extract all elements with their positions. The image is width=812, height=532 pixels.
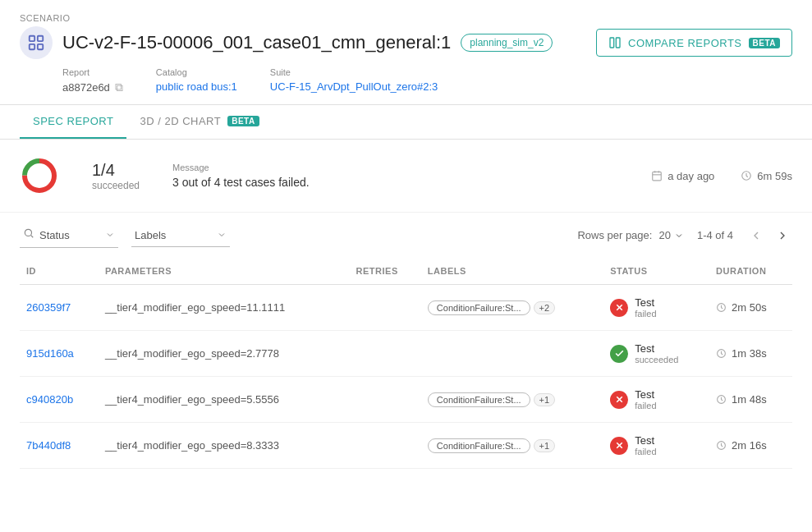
- tabs-bar: SPEC REPORT 3D / 2D CHART BETA: [0, 105, 812, 140]
- row-labels: ConditionFailure:St...+1: [421, 423, 603, 469]
- label-extra-badge: +2: [534, 301, 556, 314]
- row-status: Testfailed: [603, 377, 709, 423]
- labels-chevron-icon: [217, 230, 227, 240]
- next-page-button[interactable]: [773, 226, 792, 245]
- summary-stats: 1/4 succeeded: [92, 161, 140, 191]
- table-row: 915d160a__tier4_modifier_ego_speed=2.777…: [20, 331, 792, 377]
- results-table: ID PARAMETERS RETRIES LABELS STATUS DURA…: [20, 258, 792, 469]
- fail-icon: [610, 391, 628, 409]
- chart-beta-badge: BETA: [227, 116, 259, 126]
- svg-point-13: [25, 229, 31, 236]
- status-sub: succeeded: [635, 355, 678, 365]
- stats-fraction: 1/4: [92, 161, 140, 180]
- compare-btn-label: COMPARE REPORTS: [628, 37, 741, 49]
- stats-label: succeeded: [92, 180, 140, 191]
- row-id-link[interactable]: c940820b: [26, 393, 73, 406]
- table-row: 260359f7__tier4_modifier_ego_speed=11.11…: [20, 285, 792, 331]
- col-status: STATUS: [603, 258, 709, 285]
- success-icon: [610, 345, 628, 363]
- report-label: Report: [62, 67, 123, 77]
- status-filter[interactable]: Status: [20, 222, 118, 248]
- copy-icon[interactable]: ⧉: [115, 80, 123, 94]
- summary-section: 1/4 succeeded Message 3 out of 4 test ca…: [0, 140, 812, 213]
- svg-rect-1: [38, 36, 43, 41]
- row-id-link[interactable]: 7b440df8: [26, 439, 71, 452]
- scenario-label: SCENARIO: [20, 13, 792, 23]
- row-duration: 2m 50s: [709, 285, 792, 331]
- avatar: [20, 26, 53, 59]
- table-section: ID PARAMETERS RETRIES LABELS STATUS DURA…: [0, 258, 812, 469]
- status-name: Test: [635, 342, 678, 355]
- table-row: c940820b__tier4_modifier_ego_speed=5.555…: [20, 377, 792, 423]
- duration-text: 6m 59s: [757, 170, 792, 182]
- title-left: UC-v2-F-15-00006_001_case01_cmn_general:…: [20, 26, 553, 59]
- row-status: Testfailed: [603, 285, 709, 331]
- row-status: Testfailed: [603, 423, 709, 469]
- prev-page-button[interactable]: [746, 226, 766, 245]
- fail-icon: [610, 299, 628, 317]
- col-id: ID: [20, 258, 99, 285]
- row-parameters: __tier4_modifier_ego_speed=5.5556: [99, 377, 350, 423]
- row-labels: [421, 331, 603, 377]
- tag-badge[interactable]: planning_sim_v2: [461, 34, 553, 52]
- clock-icon: [716, 440, 727, 451]
- time-ago-text: a day ago: [667, 170, 714, 182]
- row-labels: ConditionFailure:St...+1: [421, 377, 603, 423]
- row-id-link[interactable]: 260359f7: [26, 301, 71, 314]
- chevron-down-icon: [105, 230, 115, 240]
- compare-beta-badge: BETA: [749, 38, 780, 48]
- status-sub: failed: [635, 401, 656, 410]
- rows-select[interactable]: 20: [658, 229, 683, 241]
- time-ago: a day ago: [651, 170, 714, 182]
- title-row: UC-v2-F-15-00006_001_case01_cmn_general:…: [20, 26, 792, 59]
- pagination: Rows per page: 20 1-4 of 4: [577, 226, 792, 245]
- rows-chevron-icon: [674, 231, 684, 241]
- page-info: 1-4 of 4: [697, 229, 733, 241]
- label-chip[interactable]: ConditionFailure:St...: [428, 438, 530, 453]
- report-value: a8872e6d ⧉: [62, 80, 123, 94]
- meta-row: Report a8872e6d ⧉ Catalog public road bu…: [20, 67, 792, 94]
- col-retries: RETRIES: [350, 258, 421, 285]
- message-label: Message: [172, 163, 618, 172]
- status-label: Status: [39, 229, 70, 241]
- row-retries: [350, 377, 421, 423]
- labels-filter[interactable]: Labels: [131, 224, 230, 247]
- row-status: Testsucceeded: [603, 331, 709, 377]
- svg-line-14: [31, 236, 34, 238]
- row-parameters: __tier4_modifier_ego_speed=8.3333: [99, 423, 350, 469]
- suite-label: Suite: [270, 67, 438, 77]
- duration: 6m 59s: [741, 170, 792, 182]
- label-chip[interactable]: ConditionFailure:St...: [428, 300, 530, 315]
- clock-icon: [716, 394, 727, 405]
- status-name: Test: [635, 296, 656, 309]
- meta-suite: Suite UC-F-15_ArvDpt_PullOut_zero#2:3: [270, 67, 438, 94]
- row-labels: ConditionFailure:St...+2: [421, 285, 603, 331]
- status-name: Test: [635, 388, 656, 401]
- clock-icon: [716, 348, 727, 359]
- svg-rect-3: [38, 44, 43, 49]
- col-duration: DURATION: [709, 258, 792, 285]
- meta-catalog: Catalog public road bus:1: [156, 67, 237, 94]
- row-id-link[interactable]: 915d160a: [26, 347, 74, 360]
- row-retries: [350, 331, 421, 377]
- page-title: UC-v2-F-15-00006_001_case01_cmn_general:…: [62, 32, 451, 53]
- table-row: 7b440df8__tier4_modifier_ego_speed=8.333…: [20, 423, 792, 469]
- status-sub: failed: [635, 309, 656, 319]
- svg-rect-0: [30, 36, 34, 41]
- tab-spec-report[interactable]: SPEC REPORT: [20, 105, 126, 139]
- row-retries: [350, 423, 421, 469]
- compare-reports-button[interactable]: COMPARE REPORTS BETA: [596, 29, 792, 57]
- row-parameters: __tier4_modifier_ego_speed=11.1111: [99, 285, 350, 331]
- row-parameters: __tier4_modifier_ego_speed=2.7778: [99, 331, 350, 377]
- chevron-right-icon: [776, 229, 789, 242]
- chevron-left-icon: [750, 229, 763, 242]
- catalog-link[interactable]: public road bus:1: [156, 80, 237, 93]
- label-chip[interactable]: ConditionFailure:St...: [428, 392, 530, 407]
- tab-3d-2d-chart[interactable]: 3D / 2D CHART BETA: [126, 105, 272, 139]
- label-extra-badge: +1: [534, 439, 556, 452]
- summary-message: Message 3 out of 4 test cases failed.: [172, 163, 618, 189]
- message-text: 3 out of 4 test cases failed.: [172, 176, 618, 189]
- row-duration: 1m 38s: [709, 331, 792, 377]
- status-sub: failed: [635, 447, 656, 456]
- suite-link[interactable]: UC-F-15_ArvDpt_PullOut_zero#2:3: [270, 80, 438, 93]
